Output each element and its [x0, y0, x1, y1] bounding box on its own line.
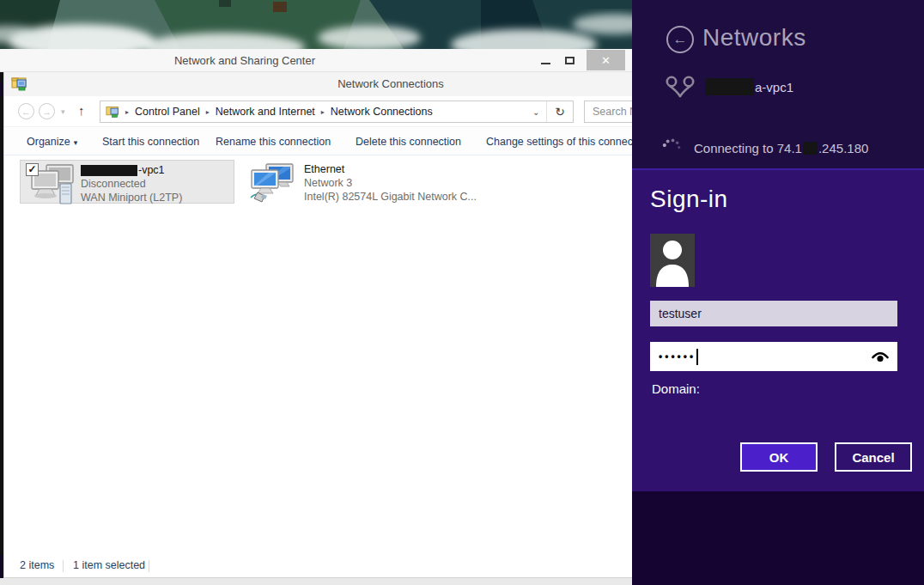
minimize-button[interactable]	[533, 50, 557, 70]
domain-label: Domain:	[652, 381, 700, 396]
item-checkbox[interactable]: ✓	[26, 163, 39, 176]
redacted-ip-box	[803, 142, 818, 155]
vpn-connection-icon	[665, 74, 696, 100]
start-connection-button[interactable]: Start this connection	[102, 127, 199, 156]
address-location-icon	[100, 105, 124, 119]
connecting-suffix: .245.180	[818, 141, 868, 155]
back-button[interactable]: ←	[18, 103, 34, 119]
status-bar: 2 items 1 item selected	[4, 555, 632, 577]
back-icon: ←	[21, 107, 31, 117]
vpn-connection-name: a-vpc1	[706, 78, 793, 95]
signin-title: Sign-in	[650, 186, 728, 213]
nc-window-title: Network Connections	[288, 72, 494, 96]
password-masked-value: ••••••	[659, 342, 696, 371]
back-button[interactable]: ←	[666, 26, 694, 53]
nc-window-titlebar: Network Connections	[4, 72, 632, 96]
ethernet-item-status: Network 3	[304, 176, 477, 190]
forward-button[interactable]: →	[39, 103, 55, 119]
vpn-item-status: Disconnected	[81, 177, 182, 191]
vpn-item-icon-area: ✓	[24, 162, 81, 201]
address-dropdown-button[interactable]: ⌄	[526, 107, 546, 117]
vpn-entry[interactable]: a-vpc1	[665, 74, 793, 100]
address-bar-row: ← → ▾ ↑ ▸ Control Panel ▸ Network and In…	[4, 96, 632, 126]
reveal-password-button[interactable]	[871, 349, 890, 364]
vpn-item-name: -vpc1	[81, 163, 182, 177]
close-button[interactable]: ✕	[587, 50, 625, 70]
mountain-wallpaper-image	[0, 0, 632, 49]
items-count: 2 items	[20, 555, 54, 577]
breadcrumb-control-panel[interactable]: Control Panel	[131, 106, 204, 118]
chevron-down-icon: ⌄	[532, 107, 539, 117]
vpn-name-suffix: a-vpc1	[755, 80, 793, 94]
close-icon: ✕	[601, 54, 611, 67]
signin-section: Sign-in testuser ••••••	[632, 168, 924, 491]
ok-button[interactable]: OK	[740, 442, 818, 472]
cancel-button[interactable]: Cancel	[835, 442, 912, 472]
refresh-icon: ↻	[555, 105, 565, 119]
networks-panel-footer-section	[632, 491, 924, 585]
ethernet-monitors-icon	[249, 163, 297, 204]
vpn-item-text: -vpc1 Disconnected WAN Miniport (L2TP)	[81, 162, 182, 201]
nsc-caption-buttons: ✕	[533, 49, 625, 71]
rename-connection-button[interactable]: Rename this connection	[216, 127, 331, 156]
organize-label: Organize	[27, 136, 70, 148]
up-button[interactable]: ↑	[78, 103, 85, 118]
nsc-window-title: Network and Sharing Center	[137, 49, 352, 72]
desktop-screen: Network and Sharing Center ✕ Network Con…	[0, 0, 924, 585]
breadcrumb-separator-icon: ▸	[124, 108, 131, 116]
list-item-ethernet-connection[interactable]: Ethernet Network 3 Intel(R) 82574L Gigab…	[244, 160, 469, 204]
recent-pages-button[interactable]: ▾	[61, 107, 65, 116]
change-settings-button[interactable]: Change settings of this connection	[486, 127, 632, 156]
maximize-button[interactable]	[557, 50, 581, 70]
forward-icon: →	[42, 107, 52, 117]
breadcrumb-separator-icon: ▸	[319, 108, 326, 116]
chevron-down-icon: ▾	[74, 138, 78, 147]
ethernet-item-name: Ethernet	[304, 162, 477, 176]
network-connections-window: Network Connections ← → ▾ ↑ ▸ Control Pa…	[3, 72, 632, 577]
networks-flyout-panel: ← Networks a-vpc1	[632, 0, 924, 585]
ethernet-item-device: Intel(R) 82574L Gigabit Network C...	[304, 190, 477, 204]
connecting-prefix: Connecting to 74.1	[694, 141, 802, 155]
network-connections-folder-icon	[11, 76, 28, 95]
ethernet-item-text: Ethernet Network 3 Intel(R) 82574L Gigab…	[304, 161, 477, 202]
maximize-icon	[565, 57, 574, 64]
minimize-icon	[541, 63, 550, 64]
redacted-name-box	[81, 165, 137, 176]
vpn-name-suffix: -vpc1	[138, 163, 165, 177]
address-bar[interactable]: ▸ Control Panel ▸ Network and Internet ▸…	[100, 101, 574, 123]
vpn-item-device: WAN Miniport (L2TP)	[81, 191, 182, 204]
breadcrumb-network-and-internet[interactable]: Network and Internet	[211, 106, 319, 118]
selection-count: 1 item selected	[73, 555, 145, 577]
search-input[interactable]: Search Ne	[584, 101, 632, 123]
up-arrow-icon: ↑	[78, 103, 85, 118]
redacted-name-box	[706, 78, 754, 95]
networks-panel-header-section: ← Networks a-vpc1	[632, 0, 924, 168]
chevron-down-icon: ▾	[61, 107, 65, 116]
connecting-status-row: Connecting to 74.1.245.180	[661, 137, 868, 158]
nsc-window-titlebar: Network and Sharing Center ✕	[0, 49, 632, 72]
password-field[interactable]: ••••••	[650, 342, 897, 371]
refresh-button[interactable]: ↻	[547, 105, 573, 119]
statusbar-separator	[149, 560, 149, 572]
username-field[interactable]: testuser	[650, 301, 897, 326]
desktop-wallpaper	[0, 0, 632, 49]
networks-panel-title: Networks	[702, 24, 806, 52]
nsc-window-bottom-edge	[0, 577, 632, 585]
delete-connection-button[interactable]: Delete this connection	[356, 127, 461, 156]
organize-menu-button[interactable]: Organize▾	[27, 127, 77, 156]
ethernet-item-icon-area	[247, 161, 304, 202]
command-toolbar: Organize▾ Start this connection Rename t…	[4, 126, 632, 155]
breadcrumb-separator-icon: ▸	[204, 108, 211, 116]
user-avatar	[650, 234, 695, 287]
eye-icon	[871, 349, 890, 364]
breadcrumb: ▸ Control Panel ▸ Network and Internet ▸…	[124, 106, 526, 118]
spinner-icon	[661, 137, 682, 158]
back-arrow-icon: ←	[673, 31, 688, 48]
connections-list: ✓	[4, 155, 632, 555]
breadcrumb-network-connections[interactable]: Network Connections	[326, 106, 437, 118]
checkmark-icon: ✓	[27, 163, 36, 175]
list-item-vpn-connection[interactable]: ✓	[20, 160, 234, 204]
statusbar-separator	[63, 560, 64, 572]
connecting-status-text: Connecting to 74.1.245.180	[694, 141, 868, 155]
text-caret	[696, 349, 698, 365]
